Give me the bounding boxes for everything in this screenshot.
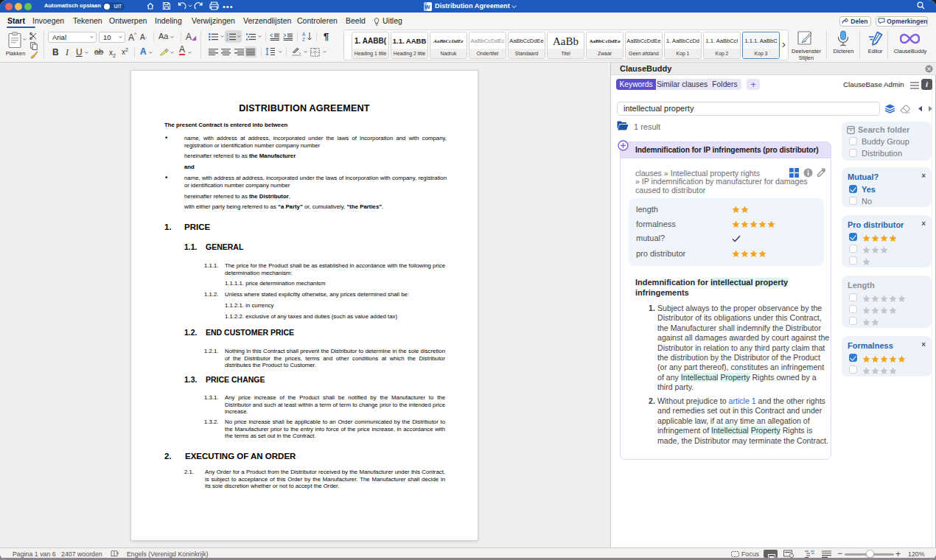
svg-text:A: A <box>302 32 306 37</box>
svg-text:2: 2 <box>226 38 228 41</box>
svg-text:1: 1 <box>226 33 228 37</box>
svg-text:Z: Z <box>302 37 305 41</box>
svg-text:W: W <box>425 4 430 10</box>
